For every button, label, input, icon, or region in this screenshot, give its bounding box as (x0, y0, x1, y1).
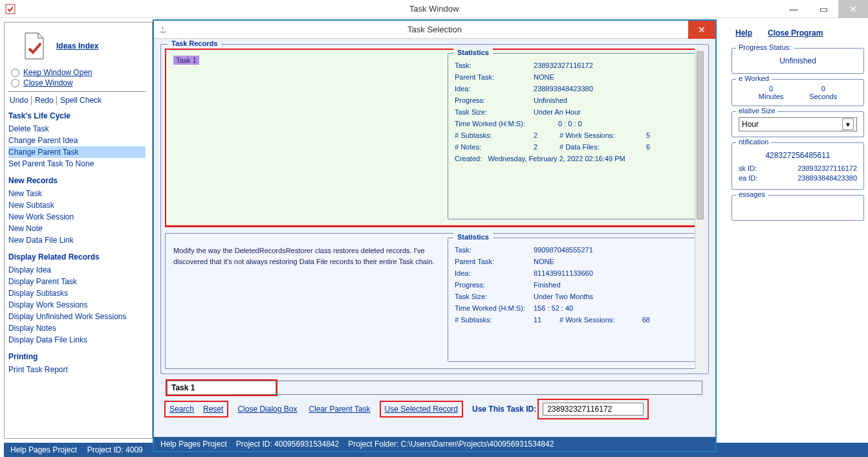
stat-size-val: Under Two Months (534, 293, 593, 300)
scrollbar-thumb[interactable] (697, 51, 704, 219)
help-link[interactable]: Help (735, 28, 752, 38)
clear-parent-task-button[interactable]: Clear Parent Task (309, 405, 370, 414)
seconds-value: 0 (809, 85, 837, 93)
undo-link[interactable]: Undo (8, 96, 32, 105)
window-controls: — ▭ ✕ (779, 0, 868, 18)
task-record-selected[interactable]: Task 1 Statistics Task:238932327116172 P… (165, 49, 704, 227)
close-button[interactable]: ✕ (838, 0, 868, 18)
records-scroll[interactable]: Task 1 Statistics Task:238932327116172 P… (165, 49, 704, 370)
print-task-report-link[interactable]: Print Task Report (8, 364, 146, 375)
use-task-id-input[interactable] (543, 403, 644, 416)
change-parent-task-link[interactable]: Change Parent Task (8, 146, 146, 158)
delete-task-link[interactable]: Delete Task (8, 123, 146, 135)
stat-notes-label: # Notes: (455, 143, 534, 151)
task-id-value: 238932327116172 (797, 164, 857, 172)
stat-worksessions-label: # Work Sessions: (559, 316, 631, 324)
search-button[interactable]: Search (169, 405, 194, 414)
spell-check-link[interactable]: Spell Check (59, 96, 103, 105)
stat-datafiles-val: 6 (631, 143, 650, 151)
stat-parent-label: Parent Task: (455, 73, 534, 81)
close-window-label: Close Window (23, 78, 73, 87)
dialog-status-pid-label: Project ID: (236, 440, 272, 449)
task-selection-dialog: Task Selection ✕ Task Records Task 1 Sta… (153, 20, 716, 452)
search-input[interactable] (167, 381, 276, 395)
minutes-label: Minutes (759, 93, 784, 100)
minutes-value: 0 (759, 85, 784, 93)
new-subtask-link[interactable]: New Subtask (8, 199, 146, 211)
ideas-index-row[interactable]: Ideas Index (21, 32, 146, 60)
stat-task-label: Task: (455, 61, 534, 69)
stat-timeworked-label: Time Worked (H:M:S): (455, 304, 534, 312)
stat-size-label: Task Size: (455, 293, 534, 300)
statusbar-help-project: Help Pages Project (10, 445, 77, 454)
reset-button[interactable]: Reset (203, 405, 223, 414)
redo-link[interactable]: Redo (34, 96, 57, 105)
chevron-down-icon: ▼ (842, 118, 854, 130)
stat-progress-label: Progress: (455, 96, 534, 104)
stat-worksessions-label: # Work Sessions: (559, 131, 631, 139)
task-record[interactable]: Modify the way the DeletedRecordsRestore… (165, 233, 704, 369)
stat-datafiles-label: # Data Files: (559, 143, 631, 151)
keep-window-open-radio[interactable]: Keep Window Open (11, 68, 146, 77)
set-parent-task-none-link[interactable]: Set Parent Task To None (8, 158, 146, 170)
vertical-scrollbar[interactable] (695, 49, 704, 370)
new-task-link[interactable]: New Task (8, 188, 146, 199)
identification-legend: ntification (736, 138, 771, 146)
statistics-box: Statistics Task:238932327116172 Parent T… (448, 53, 699, 219)
messages-legend: essages (736, 190, 768, 198)
section-display-related: Display Related Records (8, 252, 146, 262)
relative-size-select[interactable]: Hour ▼ (739, 117, 857, 131)
main-titlebar: Task Window — ▭ ✕ (0, 0, 868, 18)
svg-rect-0 (6, 5, 15, 14)
minimize-button[interactable]: — (779, 0, 808, 18)
idea-id-label: ea ID: (739, 174, 757, 182)
stat-idea-val: 238893848423380 (534, 85, 593, 93)
use-task-id-label: Use This Task ID: (472, 405, 536, 414)
section-printing: Printing (8, 352, 146, 361)
display-notes-link[interactable]: Display Notes (8, 322, 146, 334)
main-title: Task Window (409, 4, 459, 14)
task-records-legend: Task Records (168, 39, 221, 47)
close-program-link[interactable]: Close Program (768, 28, 823, 38)
progress-status-group: Progress Status: Unfinished (732, 48, 864, 74)
display-subtasks-link[interactable]: Display Subtasks (8, 287, 146, 299)
relative-size-value: Hour (742, 120, 759, 129)
new-work-session-link[interactable]: New Work Session (8, 211, 146, 223)
stat-size-label: Task Size: (455, 108, 534, 116)
stat-progress-label: Progress: (455, 281, 534, 289)
relative-size-legend: elative Size (736, 107, 777, 115)
section-life-cycle: Task's Life Cycle (8, 111, 146, 120)
progress-status-legend: Progress Status: (736, 43, 794, 51)
display-work-sessions-link[interactable]: Display Work Sessions (8, 299, 146, 311)
display-parent-task-link[interactable]: Display Parent Task (8, 276, 146, 287)
stat-task-label: Task: (455, 246, 534, 254)
dialog-title: Task Selection (407, 25, 462, 34)
display-data-file-links-link[interactable]: Display Data File Links (8, 334, 146, 346)
change-parent-idea-link[interactable]: Change Parent Idea (8, 135, 146, 146)
stat-progress-val: Unfinished (534, 96, 567, 104)
new-note-link[interactable]: New Note (8, 223, 146, 234)
statistics-legend: Statistics (453, 49, 493, 56)
stat-subtasks-label: # Subtasks: (455, 316, 534, 324)
ideas-index-link[interactable]: Ideas Index (56, 41, 98, 50)
java-icon (158, 25, 168, 35)
close-window-radio[interactable]: Close Window (11, 78, 146, 87)
stat-progress-val: Finished (534, 281, 561, 289)
use-selected-record-button[interactable]: Use Selected Record (385, 405, 458, 414)
time-worked-legend: e Worked (736, 74, 772, 82)
statusbar-project-id-label: Project ID: (87, 445, 124, 454)
dialog-close-button[interactable]: ✕ (688, 21, 715, 39)
maximize-button[interactable]: ▭ (808, 0, 838, 18)
stat-parent-label: Parent Task: (455, 258, 534, 265)
dialog-status-help: Help Pages Project (160, 440, 227, 449)
right-info-column: Help Close Program Progress Status: Unfi… (732, 22, 864, 226)
close-dialog-button[interactable]: Close Dialog Box (237, 405, 297, 414)
task-name-chip: Task 1 (173, 56, 199, 65)
stat-worksessions-val: 5 (631, 131, 650, 139)
stat-timeworked-label: Time Worked (H:M:S): (455, 120, 534, 128)
display-unfinished-work-sessions-link[interactable]: Display Unfinished Work Sessions (8, 311, 146, 322)
dialog-status-folder-label: Project Folder: (348, 440, 398, 449)
display-idea-link[interactable]: Display Idea (8, 264, 146, 276)
section-new-records: New Records (8, 176, 146, 185)
new-data-file-link-link[interactable]: New Data File Link (8, 234, 146, 246)
